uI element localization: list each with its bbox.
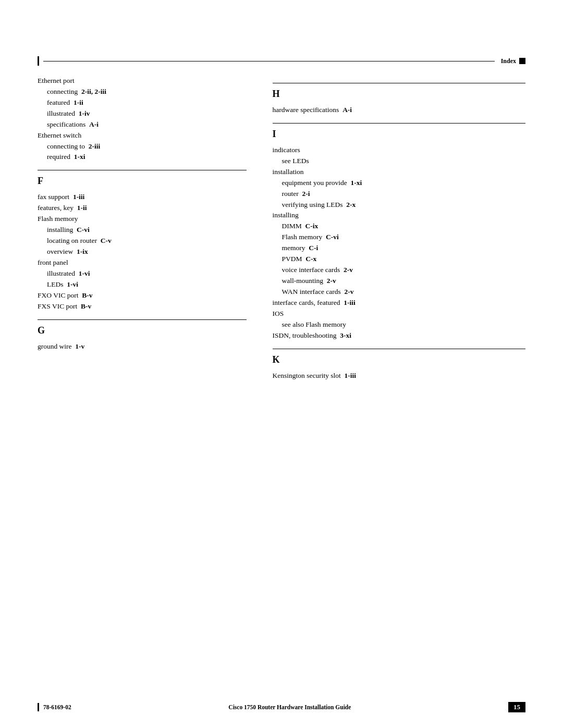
section-i-heading: I — [273, 129, 525, 140]
entry-featured: featured 1-ii — [47, 97, 247, 108]
entry-wall-mounting: wall-mounting 2-v — [282, 276, 525, 287]
top-bar-square — [519, 58, 525, 64]
entry-wan-interface-cards: WAN interface cards 2-v — [282, 287, 525, 298]
entry-locating-on-router: locating on router C-v — [47, 236, 247, 246]
ref-fax-support: 1-iii — [73, 193, 85, 201]
ref-fxs-vic-port: B-v — [81, 302, 91, 310]
ref-leds: 1-vi — [67, 280, 78, 288]
entry-isdn-troubleshooting: ISDN, troubleshooting 3-xi — [273, 330, 525, 341]
entry-dimm: DIMM C-ix — [282, 221, 525, 232]
ref-router: 2-i — [302, 190, 310, 198]
section-f-heading: F — [38, 176, 247, 187]
top-bar: Index — [38, 56, 525, 66]
ref-connecting: 2-ii, 2-iii — [81, 88, 106, 95]
divider-k — [273, 349, 525, 349]
entry-installation: installation — [273, 167, 525, 178]
divider-i — [273, 123, 525, 124]
entry-hardware-specs: hardware specifications A-i — [273, 105, 525, 116]
ref-installing-flash: C-vi — [77, 226, 90, 233]
entry-installing-flash: installing C-vi — [47, 225, 247, 236]
ref-memory: C-i — [309, 244, 318, 252]
entry-connecting-to: connecting to 2-iii — [47, 141, 247, 152]
left-column: Ethernet port connecting 2-ii, 2-iii fea… — [38, 76, 262, 676]
entry-indicators: indicators — [273, 145, 525, 156]
index-label: Index — [501, 57, 516, 65]
entry-features-key: features, key 1-ii — [38, 203, 247, 214]
entry-illustrated: illustrated 1-iv — [47, 108, 247, 119]
entry-memory: memory C-i — [282, 243, 525, 254]
ref-wan-interface-cards: 2-v — [345, 288, 354, 295]
footer-title: Cisco 1750 Router Hardware Installation … — [71, 704, 508, 710]
ref-required: 1-xi — [74, 153, 85, 161]
entry-pvdm: PVDM C-x — [282, 254, 525, 265]
entry-see-leds: see LEDs — [282, 156, 525, 167]
divider-h — [273, 83, 525, 83]
right-column: H hardware specifications A-i I indicato… — [262, 76, 525, 676]
ref-wall-mounting: 2-v — [327, 277, 336, 285]
footer-left-bar — [38, 703, 39, 711]
divider-g — [38, 319, 247, 320]
ref-flash-memory-i: C-vi — [326, 233, 339, 241]
entry-equipment-you-provide: equipment you provide 1-xi — [282, 178, 525, 189]
entry-fxo-vic-port: FXO VIC port B-v — [38, 290, 247, 301]
ref-equipment-you-provide: 1-xi — [351, 179, 362, 187]
entry-ios: IOS — [273, 309, 525, 319]
ref-illustrated: 1-iv — [79, 109, 90, 117]
entry-illustrated-fp: illustrated 1-vi — [47, 268, 247, 279]
ref-features-key: 1-ii — [77, 204, 87, 212]
ref-voice-interface-cards: 2-v — [344, 266, 353, 274]
ref-specifications: A-i — [89, 120, 99, 128]
entry-flash-memory: Flash memory — [38, 214, 247, 225]
entry-required: required 1-xi — [47, 152, 247, 163]
ref-illustrated-fp: 1-vi — [79, 269, 90, 277]
page: Index Ethernet port connecting 2-ii, 2-i… — [0, 0, 563, 728]
entry-leds: LEDs 1-vi — [47, 279, 247, 290]
top-bar-vertical-line — [38, 56, 39, 66]
entry-ethernet-switch: Ethernet switch — [38, 130, 247, 141]
entry-overview: overview 1-ix — [47, 246, 247, 257]
entry-ethernet-port: Ethernet port — [38, 76, 247, 87]
ref-dimm: C-ix — [305, 222, 319, 230]
section-h-heading: H — [273, 89, 525, 100]
ref-verifying-using-leds: 2-x — [346, 201, 356, 208]
ref-featured: 1-ii — [74, 98, 83, 106]
entry-router: router 2-i — [282, 189, 525, 200]
divider-f — [38, 170, 247, 170]
entry-installing: installing — [273, 210, 525, 221]
footer-page-number: 15 — [508, 702, 525, 712]
entry-kensington-security-slot: Kensington security slot 1-iii — [273, 371, 525, 381]
top-bar-horizontal-line — [43, 61, 495, 61]
ref-ground-wire: 1-v — [75, 342, 84, 350]
entry-front-panel: front panel — [38, 257, 247, 268]
entry-specifications: specifications A-i — [47, 119, 247, 130]
ref-hardware-specs: A-i — [342, 106, 352, 114]
section-k-heading: K — [273, 354, 525, 365]
ref-interface-cards-featured: 1-iii — [344, 299, 356, 306]
ref-locating-on-router: C-v — [101, 237, 112, 244]
ref-connecting-to: 2-iii — [89, 142, 101, 150]
section-g-heading: G — [38, 325, 247, 336]
entry-flash-memory-i: Flash memory C-vi — [282, 232, 525, 243]
footer: 78-6169-02 Cisco 1750 Router Hardware In… — [0, 702, 563, 712]
ref-overview: 1-ix — [77, 248, 88, 255]
entry-verifying-using-leds: verifying using LEDs 2-x — [282, 200, 525, 211]
entry-fxs-vic-port: FXS VIC port B-v — [38, 301, 247, 312]
ref-kensington-security-slot: 1-iii — [345, 372, 357, 379]
footer-doc-num: 78-6169-02 — [43, 704, 71, 710]
entry-interface-cards-featured: interface cards, featured 1-iii — [273, 298, 525, 309]
entry-ground-wire: ground wire 1-v — [38, 341, 247, 352]
entry-connecting: connecting 2-ii, 2-iii — [47, 87, 247, 97]
ref-pvdm: C-x — [305, 255, 316, 263]
ref-isdn-troubleshooting: 3-xi — [340, 331, 351, 339]
entry-fax-support: fax support 1-iii — [38, 192, 247, 203]
entry-voice-interface-cards: voice interface cards 2-v — [282, 265, 525, 276]
ref-fxo-vic-port: B-v — [82, 291, 92, 299]
main-content: Ethernet port connecting 2-ii, 2-iii fea… — [38, 76, 525, 676]
entry-see-also-flash-memory: see also Flash memory — [282, 319, 525, 330]
